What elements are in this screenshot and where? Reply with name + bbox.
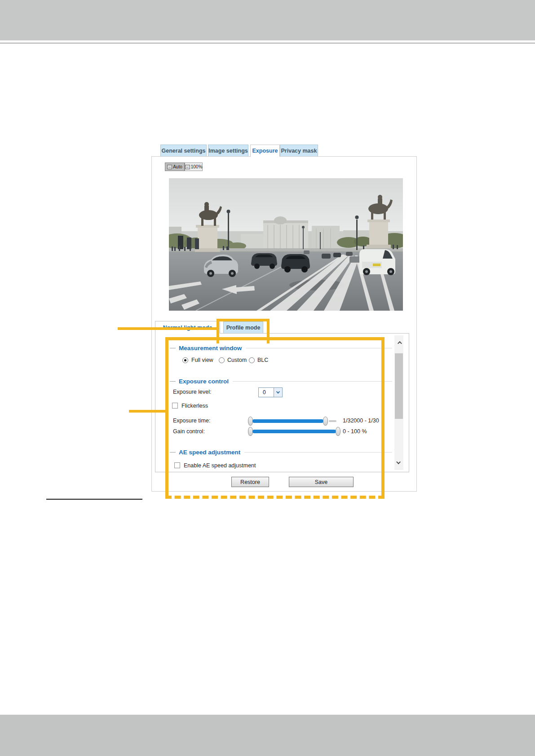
resize-icon: ↔ [185, 165, 190, 169]
tab-image-settings[interactable]: Image settings [208, 145, 248, 156]
annotation-callout-line-panel [129, 410, 168, 413]
page-top-band [0, 0, 535, 40]
resize-icon: ↔ [167, 165, 172, 169]
auto-size-label: Auto [173, 164, 182, 169]
auto-size-button[interactable]: ↔ Auto [165, 163, 185, 171]
camera-preview [169, 178, 403, 311]
page-bottom-band [0, 715, 535, 756]
scroll-up-button[interactable] [394, 338, 403, 347]
scrollbar-thumb[interactable] [395, 353, 403, 419]
tab-exposure[interactable]: Exposure [250, 145, 280, 157]
full-size-button[interactable]: ↔ 100% [185, 163, 203, 171]
camera-preview-image [169, 178, 403, 311]
tab-privacy-mask[interactable]: Privacy mask [280, 145, 318, 156]
manual-page: General settings Image settings Exposure… [0, 0, 535, 756]
chevron-down-icon [396, 460, 401, 464]
full-size-label: 100% [191, 164, 203, 169]
annotation-callout-line-profile-tab [118, 327, 217, 330]
tab-general-settings[interactable]: General settings [160, 145, 207, 156]
scroll-down-button[interactable] [394, 457, 403, 467]
annotation-panel-box [165, 337, 385, 499]
page-top-rule [0, 43, 535, 44]
chevron-up-icon [397, 341, 402, 345]
footnote-rule [46, 499, 142, 500]
